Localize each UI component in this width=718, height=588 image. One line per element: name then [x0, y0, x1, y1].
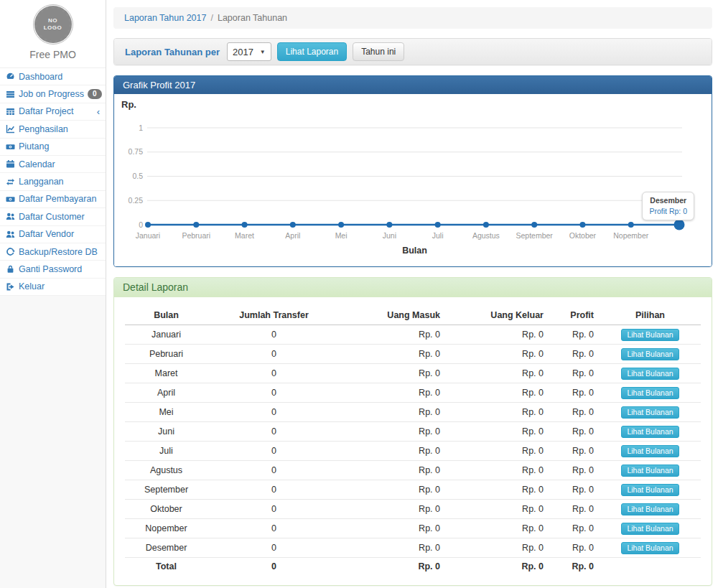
- sidebar-item-label: Daftar Project: [19, 106, 73, 116]
- table-row: Agustus0Rp. 0Rp. 0Rp. 0Lihat Bulanan: [125, 461, 701, 480]
- table-cell: Rp. 0: [340, 403, 446, 422]
- table-cell: 0: [208, 403, 340, 422]
- table-action-cell: Lihat Bulanan: [600, 500, 701, 519]
- lihat-bulanan-button[interactable]: Lihat Bulanan: [621, 542, 679, 554]
- table-row: Nopember0Rp. 0Rp. 0Rp. 0Lihat Bulanan: [125, 519, 701, 538]
- table-action-cell: Lihat Bulanan: [600, 403, 701, 422]
- sidebar-item-label: Backup/Restore DB: [19, 247, 98, 257]
- profit-chart[interactable]: 00.250.50.751Rp.BulanJanuariPebruariMare…: [114, 94, 710, 266]
- table-cell: September: [125, 480, 208, 500]
- table-action-cell: Lihat Bulanan: [600, 364, 701, 383]
- tasks-icon: [5, 90, 15, 99]
- year-select[interactable]: 2017 ▼: [227, 42, 271, 61]
- no-logo-badge: NO LOGO: [34, 6, 72, 43]
- table-cell: Rp. 0: [549, 364, 600, 383]
- sidebar-item-label: Piutang: [19, 141, 49, 151]
- report-toolbar-panel: Laporan Tahunan per 2017 ▼ Lihat Laporan…: [113, 38, 712, 65]
- column-header: Uang Keluar: [446, 306, 549, 325]
- sidebar-item-ganti-password[interactable]: Ganti Password: [0, 261, 106, 278]
- sidebar-item-calendar[interactable]: Calendar: [0, 156, 106, 173]
- svg-text:0.75: 0.75: [129, 147, 144, 156]
- column-header: Uang Masuk: [340, 306, 446, 325]
- report-toolbar: Laporan Tahunan per 2017 ▼ Lihat Laporan…: [114, 39, 712, 65]
- table-cell: Rp. 0: [446, 403, 549, 422]
- table-cell: Juni: [125, 422, 208, 442]
- table-cell: Rp. 0: [446, 480, 549, 500]
- refresh-icon: [5, 247, 15, 256]
- table-cell: 0: [208, 325, 340, 345]
- table-cell: Rp. 0: [446, 461, 549, 480]
- table-cell: Nopember: [125, 519, 208, 538]
- lihat-bulanan-button[interactable]: Lihat Bulanan: [621, 523, 679, 535]
- table-row: April0Rp. 0Rp. 0Rp. 0Lihat Bulanan: [125, 383, 701, 403]
- svg-text:Juni: Juni: [383, 231, 396, 240]
- detail-laporan-panel: Detail Laporan BulanJumlah TransferUang …: [113, 277, 712, 586]
- breadcrumb: Laporan Tahun 2017/Laporan Tahunan: [113, 7, 712, 29]
- lihat-bulanan-button[interactable]: Lihat Bulanan: [621, 465, 679, 477]
- sidebar-item-keluar[interactable]: Keluar: [0, 279, 106, 296]
- lihat-bulanan-button[interactable]: Lihat Bulanan: [621, 348, 679, 360]
- column-header: Pilihan: [600, 306, 701, 325]
- sidebar-item-backup-restore-db[interactable]: Backup/Restore DB: [0, 243, 106, 261]
- sidebar-menu: Dashboard Job on Progress 0 Daftar Proje…: [0, 67, 106, 296]
- sidebar-item-label: Job on Progress: [19, 89, 84, 99]
- lihat-bulanan-button[interactable]: Lihat Bulanan: [621, 329, 679, 341]
- table-cell: Juli: [125, 442, 208, 461]
- lihat-laporan-button[interactable]: Lihat Laporan: [277, 42, 347, 61]
- breadcrumb-link-laporan-tahun[interactable]: Laporan Tahun 2017: [124, 13, 206, 23]
- toolbar-label: Laporan Tahunan per: [125, 47, 220, 57]
- sidebar-item-daftar-vendor[interactable]: Daftar Vendor: [0, 226, 106, 243]
- sidebar-item-penghasilan[interactable]: Penghasilan: [0, 121, 106, 138]
- table-cell: Rp. 0: [446, 442, 549, 461]
- table-action-cell: Lihat Bulanan: [600, 325, 701, 345]
- brand-name: Free PMO: [0, 49, 106, 60]
- table-cell: 0: [208, 500, 340, 519]
- table-row: Juli0Rp. 0Rp. 0Rp. 0Lihat Bulanan: [125, 442, 701, 461]
- table-cell: Rp. 0: [446, 422, 549, 442]
- sidebar: NO LOGO Free PMO Dashboard Job on Progre…: [0, 0, 106, 588]
- table-cell: Rp. 0: [549, 345, 600, 364]
- year-select-value: 2017: [233, 47, 253, 57]
- lihat-bulanan-button[interactable]: Lihat Bulanan: [621, 368, 679, 380]
- table-icon: [5, 107, 15, 116]
- table-cell: Rp. 0: [340, 519, 446, 538]
- sidebar-item-daftar-customer[interactable]: Daftar Customer: [0, 208, 106, 225]
- detail-table-wrap: BulanJumlah TransferUang MasukUang Kelua…: [114, 297, 712, 585]
- money-icon: [5, 142, 15, 151]
- lihat-bulanan-button[interactable]: Lihat Bulanan: [621, 484, 679, 496]
- sidebar-item-daftar-project[interactable]: Daftar Project ‹: [0, 103, 106, 121]
- table-cell: Rp. 0: [340, 325, 446, 345]
- tahun-ini-button[interactable]: Tahun ini: [353, 42, 404, 61]
- table-cell: 0: [208, 383, 340, 403]
- sidebar-item-job-on-progress[interactable]: Job on Progress 0: [0, 85, 106, 103]
- total-cell: Rp. 0: [340, 558, 446, 575]
- table-cell: Rp. 0: [340, 461, 446, 480]
- lihat-bulanan-button[interactable]: Lihat Bulanan: [621, 426, 679, 438]
- lihat-bulanan-button[interactable]: Lihat Bulanan: [621, 503, 679, 515]
- sidebar-item-dashboard[interactable]: Dashboard: [0, 68, 106, 85]
- detail-table-body: Januari0Rp. 0Rp. 0Rp. 0Lihat BulananPebr…: [125, 325, 701, 575]
- sidebar-item-piutang[interactable]: Piutang: [0, 139, 106, 156]
- breadcrumb-separator: /: [210, 13, 213, 23]
- chart-tooltip: Desember Profit Rp: 0: [642, 192, 694, 220]
- total-cell: Total: [125, 558, 208, 575]
- table-cell: Rp. 0: [549, 538, 600, 558]
- table-action-cell: Lihat Bulanan: [600, 383, 701, 403]
- table-cell: Rp. 0: [340, 538, 446, 558]
- lihat-bulanan-button[interactable]: Lihat Bulanan: [621, 406, 679, 419]
- table-row: Oktober0Rp. 0Rp. 0Rp. 0Lihat Bulanan: [125, 500, 701, 519]
- table-row: Juni0Rp. 0Rp. 0Rp. 0Lihat Bulanan: [125, 422, 701, 442]
- lihat-bulanan-button[interactable]: Lihat Bulanan: [621, 445, 679, 457]
- table-cell: Rp. 0: [446, 325, 549, 345]
- table-cell: Rp. 0: [446, 364, 549, 383]
- table-action-cell: Lihat Bulanan: [600, 461, 701, 480]
- table-action-cell: Lihat Bulanan: [600, 480, 701, 500]
- sidebar-item-daftar-pembayaran[interactable]: Daftar Pembayaran: [0, 191, 106, 208]
- svg-text:Oktober: Oktober: [569, 231, 597, 240]
- total-cell: Rp. 0: [446, 558, 549, 575]
- table-cell: Rp. 0: [340, 442, 446, 461]
- sidebar-item-langganan[interactable]: Langganan: [0, 173, 106, 190]
- table-cell: Rp. 0: [340, 345, 446, 364]
- sidebar-item-label: Ganti Password: [19, 264, 82, 274]
- lihat-bulanan-button[interactable]: Lihat Bulanan: [621, 387, 679, 399]
